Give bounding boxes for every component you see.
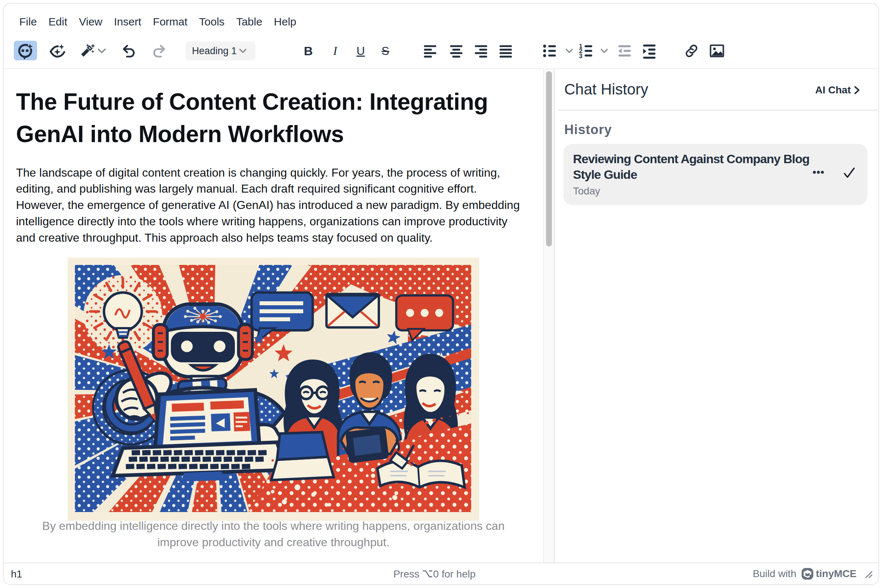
svg-text:3: 3 [579, 52, 582, 60]
